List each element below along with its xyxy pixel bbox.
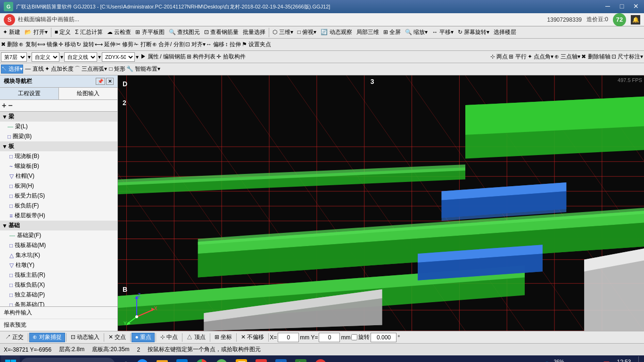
item-ring-beam[interactable]: □圈梁(B) <box>0 132 117 141</box>
item-sump[interactable]: △集水坑(K) <box>0 250 117 260</box>
rectangle-button[interactable]: □ 矩形 <box>109 65 125 73</box>
expand-all-btn[interactable]: + <box>2 101 6 110</box>
define-button[interactable]: ■ 定义 <box>53 27 73 38</box>
taskbar-edge[interactable]: e <box>173 355 191 362</box>
no-offset-btn[interactable]: ✕ 不偏移 <box>238 333 267 342</box>
report-preview-btn[interactable]: 报表预览 <box>0 319 117 331</box>
single-component-btn[interactable]: 单构件输入 <box>0 307 117 319</box>
line-select[interactable]: 自定义线 <box>64 52 97 62</box>
category-foundation[interactable]: ▼基础 <box>0 221 117 230</box>
zoom-button[interactable]: 🔍 缩放▾ <box>403 27 429 38</box>
item-floor-strip[interactable]: ≡楼层板带(H) <box>0 211 117 221</box>
component-list-button[interactable]: ⊞ 构件列表 <box>187 53 215 61</box>
find-elem-button[interactable]: 🔍 查找图元 <box>167 27 202 38</box>
sidebar-close[interactable]: ✕ <box>106 78 114 85</box>
new-button[interactable]: ✦ ✦ 新建新建 <box>1 27 22 38</box>
minimize-button[interactable]: ─ <box>602 1 614 11</box>
midpoint-btn[interactable]: ⊹ 中点 <box>157 333 181 342</box>
two-point-button[interactable]: ⊹ 两点 <box>490 53 508 61</box>
taskbar-app3[interactable]: 📋 <box>272 355 290 362</box>
score-badge[interactable]: 72 <box>613 13 626 26</box>
item-foundation-beam[interactable]: —基础梁(F) <box>0 230 117 240</box>
taskbar-folder[interactable]: 📁 <box>153 355 172 362</box>
property-button[interactable]: ▶ 属性 <box>140 53 159 61</box>
point-angle-button[interactable]: ✦ 点点角▾ <box>528 53 553 61</box>
straight-line-button[interactable]: — 直线 <box>25 65 43 73</box>
rotate-input[interactable] <box>371 333 396 342</box>
item-spiral-slab[interactable]: ~螺旋板(B) <box>0 161 117 171</box>
dynamic-input-btn[interactable]: ⊡ 动态输入 <box>67 333 103 342</box>
floor-select[interactable]: 第7层 <box>1 52 27 62</box>
flat-button[interactable]: ⊞ 齐平板图 <box>133 27 166 38</box>
search-bar[interactable]: 在这里输入你要搜索的内容 <box>21 358 115 362</box>
3d-button[interactable]: ⬡ 三维▾ <box>271 27 295 38</box>
break-button[interactable]: ✁ 打断 <box>134 41 151 49</box>
y-input[interactable] <box>319 333 340 342</box>
select-button[interactable]: ↖ 选择▾ <box>1 65 23 74</box>
smart-layout-button[interactable]: 🔧 智能布置▾ <box>126 65 160 73</box>
rotate-checkbox[interactable] <box>351 334 357 340</box>
dynamic-view-button[interactable]: 🔄 动态观察 <box>319 27 354 38</box>
item-slab-hole[interactable]: □板洞(H) <box>0 181 117 191</box>
item-slab-rebar[interactable]: □板受力筋(S) <box>0 191 117 201</box>
move-button[interactable]: ✛ 移动 <box>58 41 76 49</box>
three-point-axis-button[interactable]: ⊕ 三点轴▾ <box>554 53 580 61</box>
copy-button[interactable]: ⊕ 复制 <box>19 41 36 49</box>
coord-btn[interactable]: ⊞ 坐标 <box>211 333 235 342</box>
section-engineering[interactable]: 工程设置 <box>0 88 59 99</box>
set-grip-button[interactable]: ⚑ 设置夹点 <box>242 41 271 49</box>
vertex-btn[interactable]: △ 顶点 <box>183 333 208 342</box>
start-button[interactable] <box>1 355 20 362</box>
offset-button[interactable]: ↔ 偏移 <box>206 41 224 49</box>
item-isolated-foundation[interactable]: □独立基础(P) <box>0 290 117 300</box>
item-raft-neg-rebar[interactable]: □筏板负筋(X) <box>0 280 117 290</box>
item-col-cap[interactable]: ▽柱帽(V) <box>0 171 117 181</box>
zdyx-select[interactable]: ZDYX-50 <box>102 52 135 62</box>
edit-rebar-button[interactable]: / 编辑钢筋 <box>160 53 186 61</box>
intersect-btn[interactable]: ✕ 交点 <box>105 333 129 342</box>
cpu-info[interactable]: 36%CPU使用 <box>553 359 575 362</box>
split-button[interactable]: / 分割 <box>170 41 185 49</box>
view-rebar-button[interactable]: ⊡ 查看钢筋量 <box>202 27 240 38</box>
name-select[interactable]: 自定义 <box>32 52 59 62</box>
pan-button[interactable]: ↔ 平移▾ <box>430 27 455 38</box>
taskbar-app4[interactable]: 🔧 <box>291 355 310 362</box>
taskbar-chrome[interactable] <box>192 355 211 362</box>
item-raft-foundation[interactable]: □筏板基础(M) <box>0 240 117 250</box>
snap-btn[interactable]: ⊕ 对象捕捉 <box>29 333 65 342</box>
trim-button[interactable]: ✂ 修剪 <box>116 41 133 49</box>
show-desktop[interactable] <box>638 356 641 362</box>
category-slab[interactable]: ▼板 <box>0 141 117 151</box>
fullscreen-button[interactable]: ⊞ 全屏 <box>381 27 403 38</box>
item-raft-main-rebar[interactable]: □筏板主筋(R) <box>0 270 117 280</box>
align-button[interactable]: ⊡ 对齐▾ <box>185 41 206 49</box>
point-length-button[interactable]: ✦ 点加长度 <box>45 65 74 73</box>
close-button[interactable]: ✕ <box>630 1 642 11</box>
select-floor-button[interactable]: 选择楼层 <box>492 27 518 38</box>
viewport[interactable]: D 2 3 B Z X Y 497.5 FPS <box>118 75 644 331</box>
section-drawing[interactable]: 绘图输入 <box>59 88 117 99</box>
taskbar-sougou[interactable]: S <box>311 355 330 362</box>
x-input[interactable] <box>278 333 299 342</box>
sidebar-pin[interactable]: 📌 <box>96 78 105 85</box>
taskbar-ie[interactable]: e <box>133 355 152 362</box>
batch-select-button[interactable]: 批量选择 <box>241 27 267 38</box>
delete-button[interactable]: ✖ 删除 <box>1 41 18 49</box>
merge-button[interactable]: ⊕ 合并 <box>152 41 170 49</box>
item-col-stump[interactable]: ▽柱墩(Y) <box>0 260 117 270</box>
screen-rotate-button[interactable]: ↻ 屏幕旋转▾ <box>456 27 491 38</box>
taskbar-app1[interactable]: 📊 <box>232 355 251 362</box>
mirror-button[interactable]: ⟺ 镜像 <box>37 41 58 49</box>
ortho-btn[interactable]: ↗ 正交 <box>2 333 27 342</box>
del-aux-button[interactable]: ✖ 删除辅轴 <box>581 53 610 61</box>
topview-button[interactable]: □ 俯视▾ <box>296 27 319 38</box>
arc-button[interactable]: ⌒ 三点画弧▾ <box>74 65 107 73</box>
local-3d-button[interactable]: 局部三维 <box>355 27 381 38</box>
rotate-btn[interactable]: ↻ 旋转 <box>76 41 94 49</box>
pick-component-button[interactable]: ✛ 拾取构件 <box>216 53 245 61</box>
collapse-all-btn[interactable]: − <box>8 101 12 110</box>
item-strip-foundation[interactable]: □条形基础(T) <box>0 300 117 306</box>
taskbar-app2[interactable]: G <box>252 355 271 362</box>
center-btn[interactable]: ● 重点 <box>132 333 155 342</box>
notification-icon[interactable]: 🔔 <box>631 15 640 25</box>
